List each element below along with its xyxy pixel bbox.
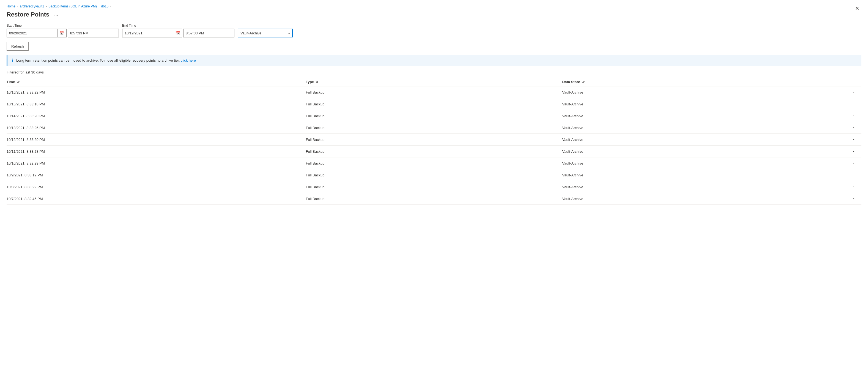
breadcrumb-db15[interactable]: db15 [101,4,108,8]
cell-datastore: Vault-Archive [562,86,819,98]
cell-datastore: Vault-Archive [562,122,819,134]
row-actions-button[interactable]: ··· [849,136,858,143]
breadcrumb-sep-4: › [110,5,111,8]
table-row: 10/14/2021, 8:33:20 PMFull BackupVault-A… [7,110,861,122]
info-banner-link[interactable]: click here [181,58,196,62]
cell-type: Full Backup [306,169,562,181]
row-actions-button[interactable]: ··· [849,172,858,178]
cell-datastore: Vault-Archive [562,193,819,205]
table-body: 10/16/2021, 8:33:22 PMFull BackupVault-A… [7,86,861,205]
row-actions-button[interactable]: ··· [849,160,858,166]
cell-actions: ··· [819,193,861,205]
cell-time: 10/12/2021, 8:33:20 PM [7,134,306,146]
end-time-input-group: 📅 [122,29,235,37]
cell-type: Full Backup [306,193,562,205]
col-header-time[interactable]: Time ⇵ [7,78,306,86]
row-actions-button[interactable]: ··· [849,184,858,190]
table-row: 10/15/2021, 8:33:18 PMFull BackupVault-A… [7,98,861,110]
filters-row: Start Time 📅 End Time 📅 DS [7,24,861,37]
info-icon: ℹ [12,58,13,63]
col-datastore-label: Data Store [562,80,580,84]
cell-type: Full Backup [306,110,562,122]
info-banner-text: Long term retention points can be moved … [16,58,196,62]
col-time-label: Time [7,80,15,84]
table-row: 10/7/2021, 8:32:45 PMFull BackupVault-Ar… [7,193,861,205]
more-button[interactable]: ... [53,11,59,18]
breadcrumb: Home › archiveccyvault1 › Backup Items (… [7,4,861,8]
breadcrumb-sep-1: › [17,5,18,8]
end-time-group: End Time 📅 [122,24,235,37]
cell-actions: ··· [819,157,861,169]
col-type-label: Type [306,80,314,84]
table-row: 10/9/2021, 8:33:19 PMFull BackupVault-Ar… [7,169,861,181]
cell-actions: ··· [819,110,861,122]
cell-datastore: Vault-Archive [562,98,819,110]
start-time-label: Start Time [7,24,119,28]
page-wrapper: Home › archiveccyvault1 › Backup Items (… [0,0,868,366]
start-time-input-group: 📅 [7,29,119,37]
row-actions-button[interactable]: ··· [849,89,858,95]
cell-datastore: Vault-Archive [562,146,819,157]
datastore-group: DS Vault-Archive Vault-Standard Snapshot… [238,24,293,37]
cell-time: 10/13/2021, 8:33:26 PM [7,122,306,134]
cell-actions: ··· [819,134,861,146]
table-header: Time ⇵ Type ⇵ Data Store ⇵ [7,78,861,86]
table-row: 10/11/2021, 8:33:28 PMFull BackupVault-A… [7,146,861,157]
cell-type: Full Backup [306,122,562,134]
row-actions-button[interactable]: ··· [849,196,858,202]
breadcrumb-sep-2: › [46,5,47,8]
cell-actions: ··· [819,98,861,110]
sort-icon-time: ⇵ [17,80,20,84]
page-header: Restore Points ... [7,11,861,18]
end-time-label: End Time [122,24,235,28]
cell-time: 10/14/2021, 8:33:20 PM [7,110,306,122]
cell-type: Full Backup [306,98,562,110]
close-button[interactable]: ✕ [853,4,861,13]
cell-datastore: Vault-Archive [562,169,819,181]
cell-time: 10/16/2021, 8:33:22 PM [7,86,306,98]
breadcrumb-sep-3: › [98,5,100,8]
start-date-input[interactable] [7,29,58,37]
page-title: Restore Points [7,11,49,18]
end-date-input[interactable] [122,29,173,37]
cell-time: 10/11/2021, 8:33:28 PM [7,146,306,157]
breadcrumb-vault[interactable]: archiveccyvault1 [20,4,44,8]
breadcrumb-backup-items[interactable]: Backup Items (SQL in Azure VM) [49,4,97,8]
cell-type: Full Backup [306,181,562,193]
end-time-input[interactable] [183,29,235,37]
calendar-icon-end: 📅 [175,31,180,35]
table-row: 10/13/2021, 8:33:26 PMFull BackupVault-A… [7,122,861,134]
cell-type: Full Backup [306,146,562,157]
cell-time: 10/8/2021, 8:33:22 PM [7,181,306,193]
start-calendar-button[interactable]: 📅 [58,29,67,37]
end-calendar-button[interactable]: 📅 [173,29,182,37]
sort-icon-type: ⇵ [316,80,318,84]
col-header-datastore[interactable]: Data Store ⇵ [562,78,819,86]
cell-actions: ··· [819,86,861,98]
row-actions-button[interactable]: ··· [849,101,858,107]
cell-actions: ··· [819,122,861,134]
col-header-type[interactable]: Type ⇵ [306,78,562,86]
start-time-group: Start Time 📅 [7,24,119,37]
cell-actions: ··· [819,181,861,193]
cell-datastore: Vault-Archive [562,110,819,122]
table-header-row: Time ⇵ Type ⇵ Data Store ⇵ [7,78,861,86]
breadcrumb-home[interactable]: Home [7,4,16,8]
cell-datastore: Vault-Archive [562,157,819,169]
cell-type: Full Backup [306,86,562,98]
cell-type: Full Backup [306,157,562,169]
info-banner-text-before: Long term retention points can be moved … [16,58,180,62]
row-actions-button[interactable]: ··· [849,113,858,119]
row-actions-button[interactable]: ··· [849,125,858,131]
table-row: 10/16/2021, 8:33:22 PMFull BackupVault-A… [7,86,861,98]
start-time-input[interactable] [68,29,119,37]
row-actions-button[interactable]: ··· [849,148,858,154]
col-header-actions [819,78,861,86]
restore-points-table: Time ⇵ Type ⇵ Data Store ⇵ 10/16/2021, 8… [7,78,861,205]
sort-icon-datastore: ⇵ [582,80,585,84]
cell-type: Full Backup [306,134,562,146]
table-row: 10/10/2021, 8:32:29 PMFull BackupVault-A… [7,157,861,169]
calendar-icon: 📅 [60,31,64,35]
refresh-button[interactable]: Refresh [7,42,29,51]
datastore-select[interactable]: Vault-Archive Vault-Standard Snapshot [238,29,293,37]
